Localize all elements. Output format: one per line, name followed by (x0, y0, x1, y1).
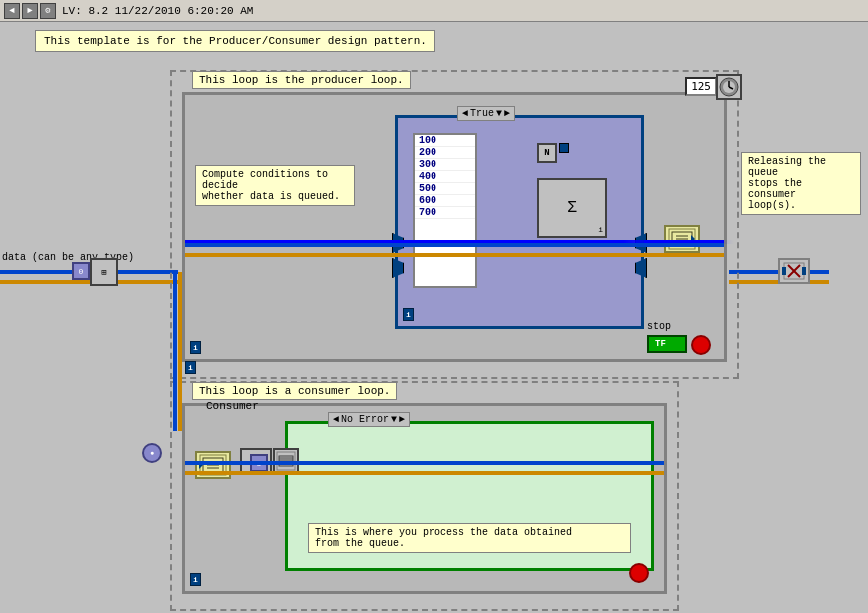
iter-terminal-prod-outer: i (185, 361, 196, 374)
error-case-structure: ◄ No Error ▼ ► This is where you process… (285, 421, 654, 571)
producer-loop-label: This loop is the producer loop. (192, 71, 411, 89)
list-item-400: 400 (415, 171, 475, 183)
back-icon[interactable]: ◄ (4, 3, 20, 19)
template-note: This template is for the Producer/Consum… (35, 30, 435, 52)
list-item-500: 500 (415, 183, 475, 195)
error-selector[interactable]: ◄ No Error ▼ ► (328, 412, 410, 427)
stop-label: stop (647, 321, 671, 332)
compute-note-text: Compute conditions to decide whether dat… (202, 169, 340, 202)
list-item-200: 200 (415, 147, 475, 159)
vertical-wire-orange (178, 272, 182, 431)
consumer-text-label: Consumer (206, 400, 259, 412)
consumer-loop-container: This loop is a consumer loop. ◄ No Error… (170, 381, 679, 611)
true-false-selector[interactable]: ◄ True ▼ ► (457, 106, 515, 121)
compute-note: Compute conditions to decide whether dat… (195, 165, 355, 206)
canvas: This template is for the Producer/Consum… (0, 22, 868, 613)
shift-reg-left-bot (392, 258, 404, 278)
release-block-inner (778, 258, 810, 284)
list-item-300: 300 (415, 159, 475, 171)
process-note: This is where you process the data obtai… (308, 523, 631, 553)
release-note-text: Releasing the queue stops the consumer l… (748, 156, 826, 211)
counter-icon (716, 74, 742, 100)
consumer-stop-button[interactable] (629, 563, 649, 583)
main-wire-blue (185, 243, 724, 247)
stop-bool-button[interactable]: TF (647, 335, 687, 353)
producer-loop-container: This loop is the producer loop. Compute … (170, 70, 739, 379)
iter-terminal-while: i (190, 341, 201, 354)
for-loop: ◄ True ▼ ► 100 200 300 400 500 600 700 N (395, 115, 644, 329)
shift-reg-right-bot (635, 258, 647, 278)
title-text: LV: 8.2 11/22/2010 6:20:20 AM (62, 5, 253, 17)
while-loop-producer: Compute conditions to decide whether dat… (182, 92, 727, 362)
consumer-orange-wire (185, 471, 664, 475)
svg-rect-4 (802, 267, 806, 275)
sum-block: Σ i (537, 178, 607, 238)
process-note-text: This is where you process the data obtai… (315, 527, 572, 549)
iter-terminal-for: i (403, 308, 414, 321)
list-item-100: 100 (415, 135, 475, 147)
error-selector-label: No Error (341, 414, 389, 425)
consumer-main-wire (185, 461, 664, 465)
n-terminal: N (537, 143, 557, 163)
main-wire-orange (185, 253, 724, 257)
while-loop-consumer: ◄ No Error ▼ ► This is where you process… (182, 403, 667, 594)
forward-icon[interactable]: ► (22, 3, 38, 19)
queue-ref-block: 0 (72, 262, 90, 280)
iter-terminal-consumer: i (190, 573, 201, 586)
vertical-wire-left (173, 272, 177, 431)
release-note: Releasing the queue stops the consumer l… (741, 152, 861, 215)
svg-rect-3 (782, 267, 786, 275)
title-bar-icons: ◄ ► ⚙ (4, 3, 56, 19)
n-dot (559, 143, 569, 153)
enqueue-block (664, 225, 700, 253)
list-box: 100 200 300 400 500 600 700 (413, 133, 477, 288)
consumer-loop-label: This loop is a consumer loop. (192, 382, 397, 400)
stop-button-red[interactable] (691, 335, 711, 355)
orange-wire-left (0, 280, 178, 284)
title-bar: ◄ ► ⚙ LV: 8.2 11/22/2010 6:20:20 AM (0, 0, 868, 22)
list-item-700: 700 (415, 207, 475, 219)
selector-label: True (470, 108, 494, 119)
gear-icon[interactable]: ⚙ (40, 3, 56, 19)
list-item-600: 600 (415, 195, 475, 207)
consumer-connector: ● (142, 443, 162, 463)
counter-display[interactable]: 125 (685, 77, 717, 96)
input-block-left: ⊞ (90, 258, 118, 286)
